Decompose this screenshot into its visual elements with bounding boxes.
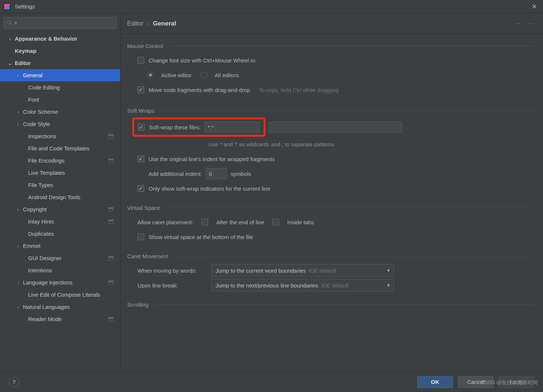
chevron-right-icon: ›: [16, 109, 21, 115]
sidebar-item-font[interactable]: Font: [0, 93, 120, 106]
ok-button[interactable]: OK: [417, 376, 453, 388]
add-indent-label: Add additional indent:: [149, 171, 202, 177]
sidebar-item-editor[interactable]: ⌄Editor: [0, 57, 120, 69]
sidebar-item-label: Copyright: [23, 206, 47, 212]
svg-line-1: [10, 24, 11, 25]
close-icon[interactable]: ✕: [529, 3, 539, 11]
sidebar-item-label: General: [23, 72, 43, 78]
sidebar-item-inspections[interactable]: Inspections: [0, 130, 120, 142]
sidebar-item-live-templates[interactable]: Live Templates: [0, 167, 120, 179]
soft-wrap-highlight: Soft-wrap these files:: [132, 117, 265, 137]
cancel-button[interactable]: Cancel: [458, 376, 493, 388]
change-font-checkbox[interactable]: [138, 57, 144, 64]
sidebar-item-label: Language Injections: [23, 279, 72, 286]
chevron-down-icon: ▾: [387, 282, 390, 289]
add-indent-suffix: symbols: [231, 171, 251, 177]
chevron-right-icon: ›: [16, 279, 21, 286]
settings-tree[interactable]: ›Appearance & BehaviorKeymap⌄Editor›Gene…: [0, 33, 120, 371]
sidebar-item-label: Editor: [15, 60, 31, 66]
help-button[interactable]: ?: [9, 377, 19, 387]
inside-tabs-label: Inside tabs: [287, 219, 314, 225]
sidebar-item-intentions[interactable]: Intentions: [0, 264, 120, 276]
sidebar-item-label: Natural Languages: [23, 304, 70, 310]
forward-icon[interactable]: →: [528, 20, 533, 27]
line-break-select[interactable]: Jump to the next/previous line boundarie…: [211, 279, 394, 292]
sidebar-item-color-scheme[interactable]: ›Color Scheme: [0, 106, 120, 118]
after-eol-checkbox[interactable]: [201, 219, 208, 225]
soft-wrap-files-input[interactable]: [204, 122, 260, 133]
chevron-right-icon: ›: [16, 72, 21, 78]
section-soft-wraps: Soft Wraps: [127, 108, 535, 114]
sidebar-item-android-design-tools[interactable]: Android Design Tools: [0, 191, 120, 203]
chevron-right-icon: ›: [16, 243, 21, 249]
after-eol-label: After the end of line: [216, 219, 264, 225]
chevron-down-icon: ▾: [387, 267, 390, 274]
sidebar-item-label: Emmet: [23, 243, 41, 249]
window-title: Settings: [15, 3, 35, 10]
title-bar: Settings ✕: [0, 0, 543, 13]
sidebar-item-appearance-behavior[interactable]: ›Appearance & Behavior: [0, 33, 120, 45]
section-title-label: Mouse Control: [127, 43, 163, 49]
project-scope-icon: [108, 256, 113, 260]
sidebar-item-duplicates[interactable]: Duplicates: [0, 228, 120, 240]
search-input[interactable]: ▾: [4, 17, 116, 29]
sidebar-item-label: Appearance & Behavior: [15, 35, 77, 42]
only-current-label: Only show soft-wrap indicators for the c…: [149, 185, 270, 192]
section-title-label: Soft Wraps: [127, 108, 155, 114]
sidebar-item-label: Font: [28, 96, 39, 103]
project-scope-icon: [108, 219, 113, 224]
line-break-label: Upon line break:: [138, 282, 206, 289]
sidebar-item-natural-languages[interactable]: ›Natural Languages: [0, 301, 120, 313]
project-scope-icon: [108, 134, 113, 139]
by-words-label: When moving by words:: [138, 267, 206, 274]
sidebar-item-label: Color Scheme: [23, 109, 58, 115]
back-icon[interactable]: ←: [516, 20, 521, 27]
sidebar-item-file-and-code-templates[interactable]: File and Code Templates: [0, 142, 120, 154]
sidebar-item-live-edit-of-compose-literals[interactable]: Live Edit of Compose Literals: [0, 289, 120, 301]
project-scope-icon: [108, 280, 113, 285]
chevron-right-icon: ›: [16, 304, 21, 310]
sidebar-item-code-editing[interactable]: Code Editing: [0, 81, 120, 93]
soft-wrap-files-input-ext[interactable]: [269, 122, 402, 133]
sidebar-item-general[interactable]: ›General: [0, 69, 120, 81]
sidebar-item-language-injections[interactable]: ›Language Injections: [0, 276, 120, 289]
apply-button[interactable]: Apply: [499, 376, 534, 388]
add-indent-input[interactable]: [206, 168, 227, 179]
section-title-label: Virtual Space: [127, 205, 160, 211]
sidebar-item-label: Code Style: [23, 121, 50, 127]
show-bottom-label: Show virtual space at the bottom of the …: [149, 234, 253, 240]
sidebar-item-gui-designer[interactable]: GUI Designer: [0, 252, 120, 264]
chevron-right-icon: ›: [147, 20, 149, 27]
original-indent-checkbox[interactable]: [138, 156, 144, 162]
section-mouse-control: Mouse Control: [127, 43, 535, 49]
sidebar: ▾ ›Appearance & BehaviorKeymap⌄Editor›Ge…: [0, 13, 121, 371]
chevron-right-icon: ›: [16, 121, 21, 127]
breadcrumb-current: General: [153, 20, 176, 27]
sidebar-item-emmet[interactable]: ›Emmet: [0, 240, 120, 252]
sidebar-item-reader-mode[interactable]: Reader Mode: [0, 313, 120, 325]
sidebar-item-copyright[interactable]: ›Copyright: [0, 203, 120, 215]
by-words-select[interactable]: Jump to the current word boundaries IDE …: [211, 264, 394, 277]
show-bottom-checkbox[interactable]: [138, 234, 144, 240]
section-title-label: Caret Movement: [127, 253, 168, 259]
soft-wrap-files-checkbox[interactable]: [138, 124, 145, 130]
radio-active-label: Active editor: [161, 72, 192, 78]
breadcrumb-parent[interactable]: Editor: [127, 20, 143, 27]
radio-all-editors[interactable]: [201, 72, 207, 78]
breadcrumb: Editor › General ← →: [121, 13, 543, 34]
sidebar-item-inlay-hints[interactable]: Inlay Hints: [0, 215, 120, 228]
chevron-down-icon: ⌄: [7, 60, 13, 67]
sidebar-item-keymap[interactable]: Keymap: [0, 45, 120, 57]
section-scrolling: Scrolling: [127, 301, 535, 308]
sidebar-item-file-encodings[interactable]: File Encodings: [0, 154, 120, 167]
by-words-value: Jump to the current word boundaries: [215, 267, 306, 274]
sidebar-item-label: Inspections: [28, 133, 56, 139]
radio-active-editor[interactable]: [147, 72, 154, 78]
app-icon: [4, 3, 10, 10]
drag-drop-hint: To copy, hold Ctrl while dragging: [259, 87, 339, 93]
sidebar-item-code-style[interactable]: ›Code Style: [0, 118, 120, 130]
only-current-checkbox[interactable]: [138, 185, 144, 192]
drag-drop-checkbox[interactable]: [138, 86, 144, 93]
inside-tabs-checkbox[interactable]: [272, 219, 279, 225]
sidebar-item-file-types[interactable]: File Types: [0, 179, 120, 191]
